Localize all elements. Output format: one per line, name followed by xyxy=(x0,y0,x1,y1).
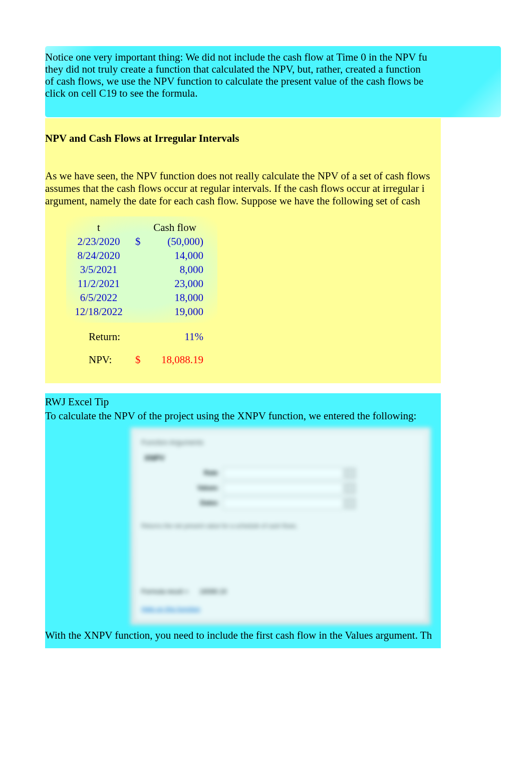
rate-label: Rate xyxy=(188,469,218,476)
top-note-text: Notice one very important thing: We did … xyxy=(45,51,501,100)
tip-body: To calculate the NPV of the project usin… xyxy=(45,410,441,422)
return-value: 11% xyxy=(146,331,206,343)
values-input[interactable] xyxy=(223,482,343,494)
cashflow-table: t Cash flow 2/23/2020 $ (50,000) 8/24/20… xyxy=(66,216,217,323)
table-header-row: t Cash flow xyxy=(66,220,217,234)
cell-date: 8/24/2020 xyxy=(66,249,131,262)
formula-result: Formula result = 18088.19 xyxy=(141,588,226,595)
summary-area: Return: 11% NPV: $ 18,088.19 xyxy=(66,330,217,367)
formula-result-label: Formula result = xyxy=(141,588,188,595)
dialog-description: Returns the net present value for a sche… xyxy=(141,523,420,530)
body-line: assumes that the cash flows occur at reg… xyxy=(45,182,441,195)
npv-label: NPV: xyxy=(66,354,131,366)
range-picker-icon[interactable] xyxy=(345,468,356,479)
cell-dollar: $ xyxy=(131,235,146,248)
npv-section: NPV and Cash Flows at Irregular Interval… xyxy=(45,118,441,383)
table-row: 11/2/2021 23,000 xyxy=(66,277,217,291)
dialog-title: Function Arguments xyxy=(141,438,204,446)
npv-row: NPV: $ 18,088.19 xyxy=(66,353,217,367)
table-row: 8/24/2020 14,000 xyxy=(66,248,217,263)
cell-value: 19,000 xyxy=(146,306,206,318)
help-link[interactable]: Help on this function xyxy=(141,605,200,613)
excel-tip-section: RWJ Excel Tip To calculate the NPV of th… xyxy=(45,393,441,648)
closing-line: With the XNPV function, you need to incl… xyxy=(45,629,441,642)
cell-value: 23,000 xyxy=(146,278,206,290)
dates-label: Dates xyxy=(188,499,218,506)
cell-date: 2/23/2020 xyxy=(66,235,131,248)
body-line: As we have seen, the NPV function does n… xyxy=(45,170,441,182)
table-row: 3/5/2021 8,000 xyxy=(66,263,217,277)
header-cashflow: Cash flow xyxy=(146,221,206,234)
cell-date: 3/5/2021 xyxy=(66,264,131,276)
tip-heading: RWJ Excel Tip xyxy=(45,396,441,408)
values-label: Values xyxy=(188,484,218,491)
note-line: click on cell C19 to see the formula. xyxy=(45,87,501,99)
return-label: Return: xyxy=(66,331,131,343)
range-picker-icon[interactable] xyxy=(345,498,356,509)
table-row: 12/18/2022 19,000 xyxy=(66,305,217,319)
rate-input[interactable] xyxy=(223,467,343,479)
note-line: of cash flows, we use the NPV function t… xyxy=(45,75,501,87)
range-picker-icon[interactable] xyxy=(345,483,356,494)
dialog-function-name: XNPV xyxy=(144,453,165,462)
function-arguments-dialog: Function Arguments XNPV Rate Values Date… xyxy=(130,427,431,625)
cell-value: (50,000) xyxy=(146,235,206,248)
dates-input[interactable] xyxy=(223,497,343,509)
note-line: they did not truly create a function tha… xyxy=(45,63,501,75)
return-row: Return: 11% xyxy=(66,330,217,344)
section-heading: NPV and Cash Flows at Irregular Interval… xyxy=(45,132,441,145)
body-line: argument, namely the date for each cash … xyxy=(45,195,441,207)
header-t: t xyxy=(66,221,131,234)
npv-value: 18,088.19 xyxy=(146,354,206,366)
formula-result-value: 18088.19 xyxy=(199,588,226,595)
cell-value: 18,000 xyxy=(146,292,206,304)
dialog-inner: Function Arguments XNPV Rate Values Date… xyxy=(135,432,426,621)
top-note-box: Notice one very important thing: We did … xyxy=(45,46,501,117)
npv-dollar: $ xyxy=(131,354,146,366)
table-row: 6/5/2022 18,000 xyxy=(66,291,217,305)
table-row: 2/23/2020 $ (50,000) xyxy=(66,234,217,248)
cell-value: 14,000 xyxy=(146,249,206,262)
cell-date: 6/5/2022 xyxy=(66,292,131,304)
cell-date: 11/2/2021 xyxy=(66,278,131,290)
cell-value: 8,000 xyxy=(146,264,206,276)
note-line: Notice one very important thing: We did … xyxy=(45,51,501,63)
cell-date: 12/18/2022 xyxy=(66,306,131,318)
